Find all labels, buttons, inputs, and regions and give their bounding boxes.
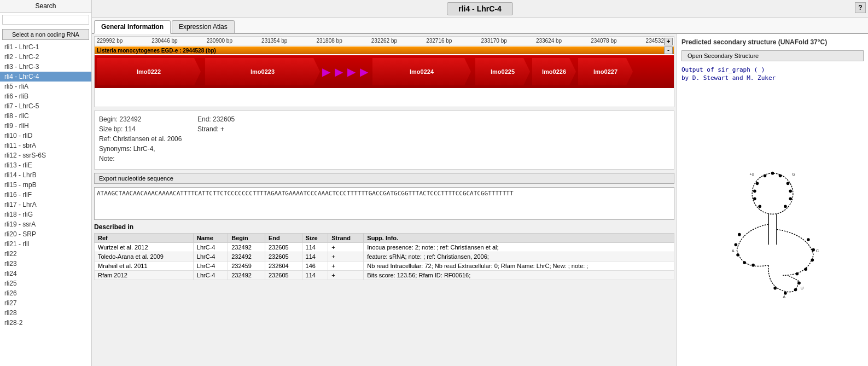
- svg-point-22: [804, 268, 807, 271]
- small-arrow-1: ▶: [322, 65, 330, 78]
- sidebar-item-rli28-2[interactable]: rli28-2: [0, 318, 91, 328]
- sidebar-item-rli15[interactable]: rli15 - rnpB: [0, 180, 91, 190]
- structure-svg: +s G A C U A: [681, 148, 864, 301]
- sidebar-item-rli3[interactable]: rli3 - LhrC-3: [0, 62, 91, 72]
- sidebar-item-rli5[interactable]: rli5 - rliA: [0, 82, 91, 91]
- col-size: Size: [302, 234, 328, 243]
- svg-point-24: [773, 287, 777, 290]
- svg-text:C: C: [816, 248, 819, 253]
- sidebar-item-rli26[interactable]: rli26: [0, 288, 91, 298]
- svg-point-10: [784, 205, 787, 208]
- svg-text:A: A: [783, 294, 785, 299]
- zoom-out-button[interactable]: -: [664, 47, 673, 54]
- svg-point-7: [787, 182, 790, 185]
- svg-point-5: [771, 172, 774, 175]
- svg-point-27: [797, 281, 801, 284]
- col-strand: Strand: [328, 234, 364, 243]
- info-section: Begin: 232492 End: 232605 Size bp: 114 S…: [94, 111, 674, 170]
- search-input[interactable]: [2, 15, 89, 25]
- tab-expression-atlas[interactable]: Expression Atlas: [172, 20, 235, 33]
- svg-text:U: U: [801, 286, 803, 291]
- sidebar-item-rli9[interactable]: rli9 - rliH: [0, 121, 91, 131]
- col-begin: Begin: [228, 234, 265, 243]
- sidebar-item-rli14[interactable]: rli14 - LhrB: [0, 170, 91, 180]
- tab-general-information[interactable]: General Information: [94, 20, 171, 34]
- svg-point-12: [753, 197, 756, 200]
- note-label: Note:: [99, 155, 197, 162]
- sidebar-item-rli1[interactable]: rli1 - LhrC-1: [0, 42, 91, 52]
- described-in-title: Described in: [94, 223, 674, 231]
- left-panel: 229992 bp 230446 bp 230900 bp 231354 bp …: [92, 34, 677, 366]
- sidebar-item-rli25[interactable]: rli25: [0, 278, 91, 288]
- col-end: End: [265, 234, 302, 243]
- title-bar: rli4 - LhrC-4 ?: [92, 0, 868, 18]
- sidebar-item-rli8[interactable]: rli8 - rliC: [0, 111, 91, 121]
- sidebar-item-rli20[interactable]: rli20 - SRP: [0, 229, 91, 239]
- sidebar-item-rli21[interactable]: rli21 - rlll: [0, 239, 91, 249]
- sidebar-item-rli10[interactable]: rli10 - rliD: [0, 131, 91, 141]
- sidebar-title: Search: [0, 0, 91, 13]
- gene-lmo0225[interactable]: lmo0225: [475, 58, 530, 85]
- mir-output-line1: Output of sir_graph ( ): [681, 66, 864, 74]
- sidebar-item-rli28[interactable]: rli28: [0, 308, 91, 318]
- table-row: Wurtzel et al. 2012LhrC-4232492232605114…: [95, 243, 674, 252]
- sidebar-item-rli23[interactable]: rli23: [0, 259, 91, 269]
- gene-lmo0224[interactable]: lmo0224: [372, 58, 471, 85]
- svg-point-4: [764, 174, 767, 177]
- gene-lmo0223[interactable]: lmo0223: [205, 58, 320, 85]
- col-supp: Supp. Info.: [364, 234, 674, 243]
- col-ref: Ref: [95, 234, 194, 243]
- svg-point-9: [789, 197, 792, 200]
- secondary-structure-image: +s G A C U A: [681, 87, 864, 362]
- table-row: Mraheil et al. 2011LhrC-4232459232604146…: [95, 262, 674, 271]
- svg-text:+s: +s: [750, 172, 754, 177]
- sidebar-item-rli2[interactable]: rli2 - LhrC-2: [0, 52, 91, 62]
- svg-point-0: [752, 173, 793, 214]
- sidebar-item-rli12[interactable]: rli12 - ssrS-6S: [0, 150, 91, 160]
- synonyms-label: Synonyms: LhrC-4,: [99, 145, 197, 153]
- zoom-in-button[interactable]: +: [664, 38, 673, 45]
- sidebar-item-rli4[interactable]: rli4 - LhrC-4: [0, 72, 91, 82]
- export-nucleotide-button[interactable]: Export nucleotide sequence: [94, 173, 674, 184]
- help-button[interactable]: ?: [855, 2, 866, 13]
- sidebar-item-rli22[interactable]: rli22: [0, 249, 91, 259]
- sidebar-item-rli6[interactable]: rli6 - rliB: [0, 91, 91, 101]
- sidebar-item-rli18[interactable]: rli18 - rliG: [0, 210, 91, 219]
- references-table: Ref Name Begin End Size Strand Supp. Inf…: [94, 233, 674, 280]
- genome-genes-track: lmo0222 lmo0223 ▶ ▶ ▶ ▶ lmo0224 lmo0225 …: [95, 55, 674, 88]
- page-title: rli4 - LhrC-4: [447, 2, 513, 15]
- gene-lmo0227[interactable]: lmo0227: [578, 58, 633, 85]
- svg-point-17: [743, 261, 746, 264]
- svg-point-3: [756, 182, 759, 185]
- tabs: General Information Expression Atlas: [92, 18, 868, 34]
- sidebar: Search Select a non coding RNA rli1 - Lh…: [0, 0, 92, 366]
- organism-bar: Listeria monocytogenes EGD-e : 2944528 (…: [95, 47, 674, 54]
- sidebar-item-rli24[interactable]: rli24: [0, 269, 91, 278]
- sidebar-item-rli11[interactable]: rli11 - sbrA: [0, 141, 91, 150]
- content: 229992 bp 230446 bp 230900 bp 231354 bp …: [92, 34, 868, 366]
- table-row: Toledo-Arana et al. 2009LhrC-42324922326…: [95, 252, 674, 262]
- svg-text:A: A: [732, 248, 735, 253]
- gene-lmo0226[interactable]: lmo0226: [532, 58, 576, 85]
- sidebar-item-rli13[interactable]: rli13 - rliE: [0, 160, 91, 170]
- svg-point-20: [812, 248, 815, 252]
- small-arrow-4: ▶: [360, 65, 368, 78]
- sidebar-item-rli16[interactable]: rli16 - rliF: [0, 190, 91, 200]
- end-label: End: 232605: [197, 115, 235, 123]
- small-arrow-2: ▶: [335, 65, 343, 78]
- select-rna-button[interactable]: Select a non coding RNA: [2, 29, 89, 40]
- genome-ruler: 229992 bp 230446 bp 230900 bp 231354 bp …: [95, 37, 674, 45]
- sidebar-item-rli7[interactable]: rli7 - LhrC-5: [0, 101, 91, 111]
- mir-graph-output: Output of sir_graph ( ) by D. Stewart an…: [681, 66, 864, 83]
- svg-point-26: [794, 288, 797, 292]
- svg-point-13: [753, 189, 756, 193]
- sidebar-item-rli27[interactable]: rli27: [0, 298, 91, 308]
- open-secondary-structure-button[interactable]: Open Secondary Structure: [681, 50, 864, 61]
- sidebar-item-rli17[interactable]: rli17 - LhrA: [0, 200, 91, 210]
- strand-label: Strand: +: [197, 125, 224, 133]
- sidebar-item-rli19[interactable]: rli19 - ssrA: [0, 219, 91, 229]
- svg-point-23: [796, 272, 799, 276]
- gene-lmo0222[interactable]: lmo0222: [97, 58, 201, 85]
- svg-point-11: [758, 205, 761, 208]
- mir-output-line2: by D. Stewart and M. Zuker: [681, 74, 864, 82]
